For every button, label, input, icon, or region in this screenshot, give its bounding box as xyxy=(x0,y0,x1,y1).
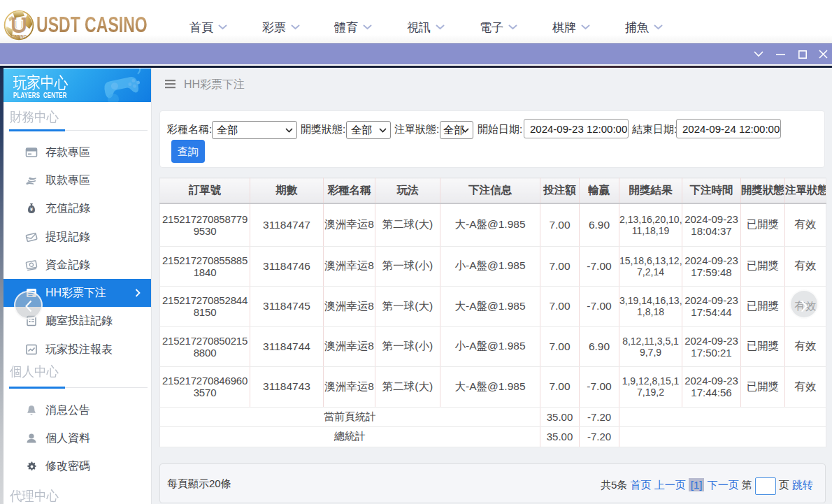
svg-text:¥: ¥ xyxy=(30,206,34,213)
svg-text:CASINO: CASINO xyxy=(11,34,27,38)
svg-text:U: U xyxy=(15,18,24,32)
